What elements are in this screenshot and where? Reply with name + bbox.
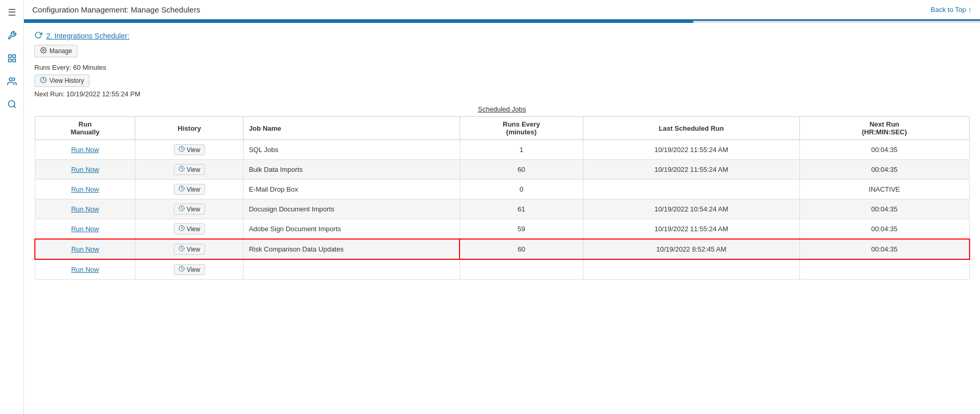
runs-every-text: Runs Every: 60 Minutes [34,64,970,71]
col-run-manually: RunManually [35,117,135,140]
main-content: Configuration Management: Manage Schedul… [24,0,980,414]
last-scheduled-cell: 10/19/2022 11:55:24 AM [583,140,799,160]
wrench-icon[interactable] [5,28,19,43]
scheduled-jobs-title: Scheduled Jobs [34,105,970,113]
table-row: Run NowViewBulk Data Imports6010/19/2022… [35,160,970,180]
next-run-cell: 00:04:35 [799,199,970,219]
last-scheduled-cell [583,259,799,280]
view-history-cell: View [135,160,244,180]
clock-small-icon [179,146,185,154]
table-row: Run NowView [35,259,970,280]
run-now-button[interactable]: Run Now [71,185,99,193]
page-title: Configuration Management: Manage Schedul… [32,5,200,14]
section-header: 2. Integrations Scheduler: [34,31,970,41]
next-run-cell: INACTIVE [799,180,970,199]
view-button[interactable]: View [174,144,205,155]
run-now-cell: Run Now [35,140,135,160]
clock-small-icon [179,266,185,273]
view-button[interactable]: View [174,204,205,215]
next-run-cell: 00:04:35 [799,219,970,240]
last-scheduled-cell: 10/19/2022 11:55:24 AM [583,160,799,180]
run-now-button[interactable]: Run Now [71,266,99,273]
grid-icon[interactable] [5,51,19,66]
runs-every-cell [460,259,583,280]
runs-every-cell: 60 [460,160,583,180]
view-button[interactable]: View [174,223,205,234]
clock-small-icon [179,185,185,193]
run-now-button[interactable]: Run Now [71,225,99,233]
col-runs-every: Runs Every(minutes) [460,117,583,140]
run-now-cell: Run Now [35,160,135,180]
clock-small-icon [179,166,185,173]
run-now-cell: Run Now [35,199,135,219]
view-history-cell: View [135,140,244,160]
manage-label: Manage [49,47,72,55]
view-history-cell: View [135,219,244,240]
runs-every-cell: 59 [460,219,583,240]
view-button[interactable]: View [174,164,205,175]
runs-every-cell: 60 [460,239,583,259]
people-icon[interactable] [5,74,19,89]
hamburger-icon[interactable]: ☰ [5,5,19,20]
run-now-cell: Run Now [35,239,135,259]
last-scheduled-cell: 10/19/2022 11:55:24 AM [583,219,799,240]
run-now-button[interactable]: Run Now [71,166,99,173]
header-bar: Configuration Management: Manage Schedul… [24,0,980,21]
run-now-cell: Run Now [35,259,135,280]
job-name-cell: Adobe Sign Document Imports [244,219,460,240]
col-last-scheduled: Last Scheduled Run [583,117,799,140]
next-run-text: Next Run: 10/19/2022 12:55:24 PM [34,90,970,98]
view-history-cell: View [135,199,244,219]
run-now-button[interactable]: Run Now [71,205,99,213]
view-history-cell: View [135,239,244,259]
svg-point-7 [43,49,44,51]
table-header-row: RunManually History Job Name Runs Every(… [35,117,970,140]
run-now-button[interactable]: Run Now [71,245,99,253]
scheduled-jobs-table: RunManually History Job Name Runs Every(… [34,116,970,280]
job-name-cell: SQL Jobs [244,140,460,160]
job-name-cell: Risk Comparison Data Updates [244,239,460,259]
clock-small-icon [179,225,185,233]
refresh-icon[interactable] [34,31,42,41]
clock-icon [40,77,47,85]
svg-rect-1 [12,55,15,57]
next-run-cell [799,259,970,280]
manage-button[interactable]: Manage [34,45,78,57]
search-icon[interactable] [5,97,19,111]
last-scheduled-cell [583,180,799,199]
job-name-cell: Docusign Document Imports [244,199,460,219]
up-arrow-icon: ↑ [968,6,972,14]
view-button[interactable]: View [174,184,205,195]
view-button[interactable]: View [174,264,205,275]
last-scheduled-cell: 10/19/2022 8:52:45 AM [583,239,799,259]
back-to-top-button[interactable]: Back to Top ↑ [931,6,972,14]
table-row: Run NowViewAdobe Sign Document Imports59… [35,219,970,240]
col-job-name: Job Name [244,117,460,140]
next-run-cell: 00:04:35 [799,160,970,180]
view-history-button[interactable]: View History [34,74,90,87]
svg-rect-3 [8,59,11,62]
job-name-cell: E-Mail Drop Box [244,180,460,199]
table-row: Run NowViewE-Mail Drop Box0INACTIVE [35,180,970,199]
gear-icon [40,47,47,55]
col-next-run: Next Run(HR:MIN:SEC) [799,117,970,140]
table-row: Run NowViewSQL Jobs110/19/2022 11:55:24 … [35,140,970,160]
view-button[interactable]: View [174,244,205,255]
content-area: 2. Integrations Scheduler: Manage Runs E… [24,23,980,414]
clock-small-icon [179,245,185,253]
svg-rect-0 [8,55,11,57]
section-title[interactable]: 2. Integrations Scheduler: [46,32,130,40]
svg-line-6 [14,106,15,107]
col-history: History [135,117,244,140]
view-history-label: View History [49,77,84,84]
view-history-cell: View [135,180,244,199]
last-scheduled-cell: 10/19/2022 10:54:24 AM [583,199,799,219]
run-now-button[interactable]: Run Now [71,146,99,154]
runs-every-cell: 1 [460,140,583,160]
svg-point-4 [9,78,12,81]
clock-small-icon [179,205,185,213]
view-history-cell: View [135,259,244,280]
table-row: Run NowViewRisk Comparison Data Updates6… [35,239,970,259]
job-name-cell: Bulk Data Imports [244,160,460,180]
next-run-cell: 00:04:35 [799,239,970,259]
